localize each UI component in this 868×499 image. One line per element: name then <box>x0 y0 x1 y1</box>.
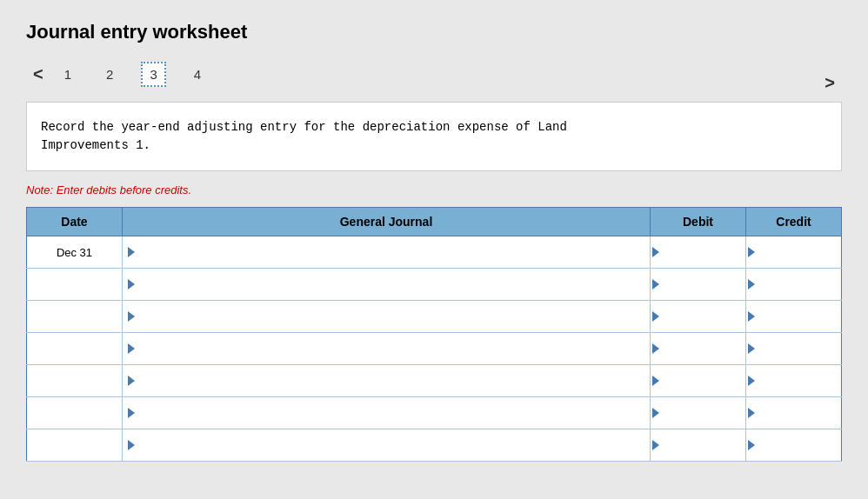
cell-credit-5[interactable] <box>746 365 842 397</box>
cell-arrow-icon <box>652 311 659 322</box>
cell-date-4 <box>27 333 123 365</box>
cell-credit-6[interactable] <box>746 397 842 429</box>
page-title: Journal entry worksheet <box>26 21 842 43</box>
tab-3[interactable]: 3 <box>141 62 165 87</box>
cell-arrow-icon <box>748 247 755 257</box>
table-row: Dec 31 <box>27 236 842 269</box>
cell-arrow-icon <box>652 408 659 418</box>
cell-arrow-icon <box>128 247 135 257</box>
cell-credit-7[interactable] <box>746 429 842 462</box>
nav-arrow-right[interactable]: > <box>818 70 842 96</box>
journal-table: Date General Journal Debit Credit Dec 31 <box>26 207 842 462</box>
cell-arrow-icon <box>128 311 135 322</box>
cell-arrow-icon <box>128 376 135 386</box>
cell-debit-6[interactable] <box>651 397 746 429</box>
table-row <box>27 301 842 333</box>
cell-arrow-icon <box>652 247 659 257</box>
cell-arrow-icon <box>748 311 755 322</box>
cell-debit-5[interactable] <box>651 365 746 397</box>
cell-arrow-icon <box>652 343 659 354</box>
tab-4[interactable]: 4 <box>187 63 208 85</box>
page-container: Journal entry worksheet < 1 2 3 4 > Reco… <box>0 0 868 499</box>
tab-navigation: < 1 2 3 4 > <box>26 61 842 88</box>
note-text: Note: Enter debits before credits. <box>26 183 842 196</box>
table-row <box>27 333 842 365</box>
cell-journal-1[interactable] <box>123 236 651 269</box>
cell-journal-2[interactable] <box>123 269 651 301</box>
table-row <box>27 397 842 429</box>
nav-arrow-left[interactable]: < <box>26 61 50 88</box>
header-credit: Credit <box>746 208 842 236</box>
cell-arrow-icon <box>128 440 135 450</box>
cell-arrow-icon <box>128 343 135 354</box>
cell-debit-1[interactable] <box>651 236 746 269</box>
cell-journal-7[interactable] <box>123 429 651 462</box>
instruction-box: Record the year-end adjusting entry for … <box>26 102 842 171</box>
cell-journal-5[interactable] <box>123 365 651 397</box>
cell-date-5 <box>27 365 123 397</box>
cell-arrow-icon <box>748 376 755 386</box>
table-header-row: Date General Journal Debit Credit <box>27 208 842 236</box>
cell-debit-4[interactable] <box>651 333 746 365</box>
cell-arrow-icon <box>652 440 659 450</box>
cell-date-7 <box>27 429 123 462</box>
cell-credit-4[interactable] <box>746 333 842 365</box>
header-journal: General Journal <box>123 208 651 236</box>
cell-debit-2[interactable] <box>651 269 746 301</box>
cell-arrow-icon <box>652 376 659 386</box>
header-debit: Debit <box>651 208 746 236</box>
cell-arrow-icon <box>748 440 755 450</box>
header-date: Date <box>27 208 123 236</box>
table-row <box>27 365 842 397</box>
tab-2[interactable]: 2 <box>99 63 120 85</box>
cell-debit-7[interactable] <box>651 429 746 462</box>
instruction-text: Record the year-end adjusting entry for … <box>41 120 567 152</box>
table-row <box>27 269 842 301</box>
cell-arrow-icon <box>128 408 135 418</box>
cell-date-2 <box>27 269 123 301</box>
cell-credit-2[interactable] <box>746 269 842 301</box>
cell-date-6 <box>27 397 123 429</box>
cell-arrow-icon <box>748 408 755 418</box>
cell-arrow-icon <box>748 343 755 354</box>
cell-arrow-icon <box>652 279 659 289</box>
cell-date-3 <box>27 301 123 333</box>
table-row <box>27 429 842 462</box>
cell-arrow-icon <box>748 279 755 289</box>
cell-arrow-icon <box>128 279 135 289</box>
cell-journal-4[interactable] <box>123 333 651 365</box>
cell-credit-1[interactable] <box>746 236 842 269</box>
tab-1[interactable]: 1 <box>57 63 78 85</box>
cell-journal-6[interactable] <box>123 397 651 429</box>
cell-debit-3[interactable] <box>651 301 746 333</box>
tab-items: 1 2 3 4 <box>57 62 208 87</box>
cell-date-1: Dec 31 <box>27 236 123 269</box>
cell-journal-3[interactable] <box>123 301 651 333</box>
cell-credit-3[interactable] <box>746 301 842 333</box>
